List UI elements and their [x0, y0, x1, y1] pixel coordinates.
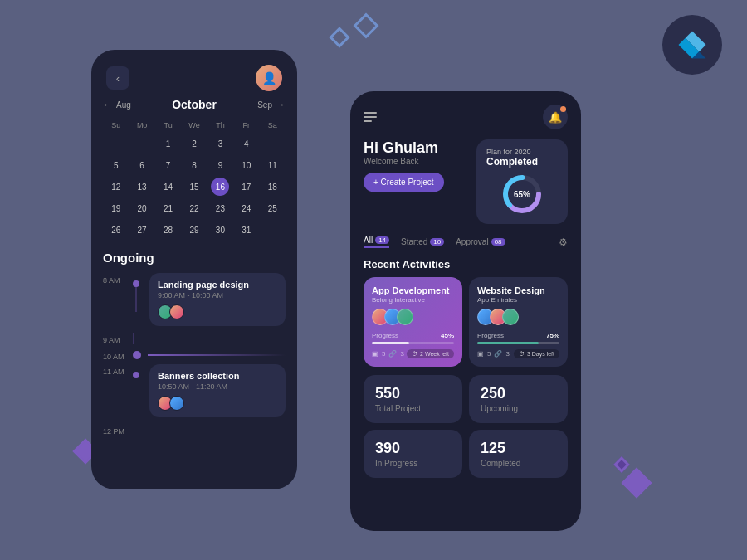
plan-card: Plan for 2020 Completed 65%: [476, 139, 568, 224]
cal-day[interactable]: 25: [263, 199, 281, 217]
stat-completed: 125 Completed: [469, 430, 568, 478]
time-dot-2: [133, 372, 139, 378]
task-avatars-2: [158, 396, 277, 411]
activity-name-1: App Development: [372, 285, 454, 295]
time-slot-8am: 8 AM Landing page design 9:00 AM - 10:00…: [103, 273, 286, 326]
cal-day[interactable]: 12: [107, 178, 125, 196]
bell-button[interactable]: 🔔: [543, 105, 568, 129]
left-phone: ‹ 👤 ← Aug October Sep → Su Mo Tu We Th: [91, 50, 297, 489]
stat-completed-label: Completed: [481, 459, 556, 468]
stat-upcoming: 250 Upcoming: [469, 375, 568, 423]
stat-total-project: 550 Total Project: [364, 375, 462, 423]
menu-icon[interactable]: [364, 112, 377, 122]
day-fr: Fr: [233, 118, 259, 133]
activity-avatars-1: [372, 309, 454, 325]
user-avatar[interactable]: 👤: [256, 65, 282, 91]
time-left-1: 2 Week left: [420, 351, 449, 357]
cal-day[interactable]: 9: [211, 156, 229, 174]
cal-day[interactable]: 20: [133, 199, 151, 217]
cal-day[interactable]: 29: [185, 221, 203, 239]
activity-org-1: Belong Interactive: [372, 296, 454, 304]
cal-day[interactable]: 21: [159, 199, 178, 217]
prev-month-label: Aug: [116, 100, 131, 110]
activity-name-2: Website Design: [477, 285, 559, 295]
cal-day[interactable]: 10: [237, 156, 256, 174]
cal-day[interactable]: 2: [185, 134, 203, 153]
cal-day[interactable]: 19: [107, 199, 125, 217]
day-we: We: [181, 118, 207, 133]
tab-started[interactable]: Started 10: [401, 237, 444, 246]
plan-title: Plan for 2020: [486, 148, 531, 156]
cal-day[interactable]: 11: [263, 156, 281, 174]
clock-icon-2: ⏱: [519, 351, 525, 357]
current-time-line: [148, 354, 286, 356]
deco-diamond-6: [613, 456, 630, 473]
progress-label-row-2: Progress 75%: [477, 332, 559, 339]
stat-upcoming-number: 250: [481, 385, 556, 402]
task-title-2: Banners collection: [158, 371, 277, 381]
task-card-banners[interactable]: Banners collection 10:50 AM - 11:20 AM: [149, 364, 286, 417]
cal-day[interactable]: 8: [185, 156, 203, 174]
stat-total-label: Total Project: [375, 404, 451, 413]
plan-donut-chart: 65%: [500, 173, 544, 216]
cal-day[interactable]: 28: [159, 221, 178, 239]
deco-diamond-2: [353, 12, 378, 38]
tab-approval[interactable]: Approval 08: [456, 237, 505, 246]
prev-month-nav[interactable]: ← Aug: [103, 99, 131, 110]
attachment-icon-2: 🔗: [494, 350, 502, 358]
cal-day[interactable]: 23: [211, 199, 229, 217]
cal-day[interactable]: 3: [211, 134, 229, 153]
tab-all[interactable]: All 14: [364, 236, 389, 248]
greeting-plan-row: Hi Ghulam Welcome Back + Create Project …: [350, 136, 581, 232]
attachment-count-2: 3: [505, 350, 509, 358]
task-count-icon-2: ▣: [477, 350, 484, 358]
cal-day[interactable]: 7: [159, 156, 178, 174]
avatar-icon: 👤: [262, 71, 276, 85]
right-phone-header: 🔔: [350, 91, 581, 136]
activity-card-web-design[interactable]: Website Design App Emirates Progress 75%…: [469, 277, 568, 367]
cal-day[interactable]: 13: [133, 178, 151, 196]
deco-diamond-5: [622, 468, 652, 499]
stat-inprogress-label: In Progress: [375, 459, 451, 468]
create-project-button[interactable]: + Create Project: [364, 173, 444, 192]
cal-day[interactable]: 14: [159, 178, 178, 196]
time-left-2: 3 Days left: [527, 351, 554, 357]
task-avatar-2: [169, 304, 184, 319]
day-sa: Sa: [260, 118, 286, 133]
ham-line-2: [364, 116, 377, 118]
next-month-nav[interactable]: Sep →: [257, 99, 286, 110]
cal-day[interactable]: 15: [185, 178, 203, 196]
cal-day[interactable]: 22: [185, 199, 203, 217]
recent-activities-title: Recent Activities: [350, 253, 581, 277]
progress-pct-2: 75%: [546, 332, 559, 339]
time-label-12pm: 12 PM: [103, 424, 126, 436]
cal-day[interactable]: 24: [237, 199, 256, 217]
task-count-1: 5: [382, 350, 385, 358]
filter-icon[interactable]: ⚙: [559, 236, 568, 248]
back-icon: ‹: [116, 72, 120, 85]
left-phone-header: ‹ 👤: [91, 50, 297, 98]
cal-day[interactable]: 6: [133, 156, 151, 174]
task-count-icon: ▣: [372, 350, 378, 358]
cal-day[interactable]: 4: [237, 134, 256, 153]
cal-day[interactable]: 27: [133, 221, 151, 239]
task-card-landing[interactable]: Landing page design 9:00 AM - 10:00 AM: [149, 273, 286, 326]
cal-day[interactable]: 18: [263, 178, 281, 196]
progress-bar-fill-2: [477, 342, 539, 344]
back-button[interactable]: ‹: [106, 66, 129, 90]
cal-day-today[interactable]: 16: [211, 178, 229, 196]
activity-card-app-dev[interactable]: App Development Belong Interactive Progr…: [364, 277, 462, 367]
card-footer-1: ▣ 5 🔗 3 ⏱ 2 Week left: [372, 349, 454, 358]
cal-day[interactable]: 5: [107, 156, 125, 174]
progress-pct-1: 45%: [441, 332, 454, 339]
time-label-9am: 9 AM: [103, 333, 126, 344]
cal-day[interactable]: 30: [211, 221, 229, 239]
cal-day[interactable]: 17: [237, 178, 256, 196]
time-dot: [133, 280, 139, 287]
cal-day[interactable]: 1: [159, 134, 178, 153]
current-time-dot: [133, 351, 141, 359]
cal-day[interactable]: 26: [107, 221, 125, 239]
progress-text-2: Progress: [477, 332, 504, 339]
cal-day[interactable]: 31: [237, 221, 256, 239]
day-mo: Mo: [129, 118, 154, 133]
